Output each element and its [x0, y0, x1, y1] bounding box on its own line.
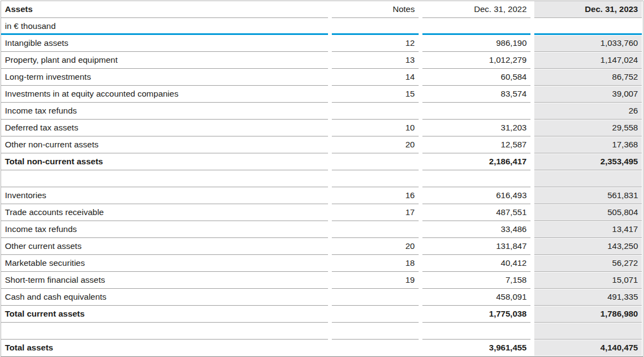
note-cell	[332, 306, 419, 323]
note-cell: 19	[332, 272, 419, 289]
value-2022-cell: 458,091	[422, 289, 530, 306]
note-cell: 17	[332, 204, 419, 221]
table-row: Cash and cash equivalents458,091491,335	[1, 289, 643, 306]
row-label	[1, 323, 328, 340]
note-cell	[332, 289, 419, 306]
table-row: Other non-current assets2012,58717,368	[1, 136, 643, 153]
value-2022-cell: 60,584	[422, 69, 530, 86]
row-label: Investments in at equity accounted compa…	[1, 86, 328, 103]
value-2023-cell: 1,033,760	[534, 35, 642, 52]
spacer-row	[1, 170, 643, 187]
note-cell	[332, 170, 419, 187]
column-header-notes: Notes	[332, 1, 419, 18]
value-2023-cell: 143,250	[534, 238, 642, 255]
table-row: Other current assets20131,847143,250	[1, 238, 643, 255]
note-cell: 13	[332, 52, 419, 69]
value-2023-cell: 29,558	[534, 120, 642, 136]
unit-row-2023-cell	[534, 18, 642, 35]
table-row: Long-term investments1460,58486,752	[1, 69, 643, 86]
note-cell	[332, 323, 419, 340]
value-2022-cell: 12,587	[422, 136, 530, 153]
row-label: Total assets	[1, 340, 328, 356]
table-row: Marketable securities1840,41256,272	[1, 255, 643, 272]
value-2023-cell: 17,368	[534, 136, 642, 153]
value-2022-cell: 3,961,455	[422, 340, 530, 356]
value-2022-cell: 131,847	[422, 238, 530, 255]
column-header-dec-31-2023: Dec. 31, 2023	[534, 1, 642, 18]
row-label: Income tax refunds	[1, 221, 328, 238]
row-label: Trade accounts receivable	[1, 204, 328, 221]
value-2023-cell: 4,140,475	[534, 340, 642, 356]
row-label: Inventories	[1, 187, 328, 204]
value-2022-cell: 1,012,279	[422, 52, 530, 69]
row-label: Intangible assets	[1, 35, 328, 52]
value-2022-cell: 7,158	[422, 272, 530, 289]
note-cell: 20	[332, 136, 419, 153]
table-row: Income tax refunds33,48613,417	[1, 221, 643, 238]
unit-label: in € thousand	[1, 18, 328, 35]
value-2023-cell	[534, 323, 642, 340]
value-2023-cell	[534, 170, 642, 187]
table-row: Inventories16616,493561,831	[1, 187, 643, 204]
note-cell	[332, 153, 419, 170]
note-cell	[332, 103, 419, 120]
value-2022-cell: 616,493	[422, 187, 530, 204]
value-2022-cell: 2,186,417	[422, 153, 530, 170]
value-2023-cell: 15,071	[534, 272, 642, 289]
column-header-assets: Assets	[1, 1, 328, 18]
table-row: Property, plant and equipment131,012,279…	[1, 52, 643, 69]
row-label: Cash and cash equivalents	[1, 289, 328, 306]
note-cell: 15	[332, 86, 419, 103]
value-2023-cell: 1,147,024	[534, 52, 642, 69]
table-row: Total assets3,961,4554,140,475	[1, 340, 643, 356]
value-2023-cell: 39,007	[534, 86, 642, 103]
value-2022-cell: 33,486	[422, 221, 530, 238]
value-2023-cell: 86,752	[534, 69, 642, 86]
value-2022-cell: 1,775,038	[422, 306, 530, 323]
table-row: Investments in at equity accounted compa…	[1, 86, 643, 103]
note-cell: 20	[332, 238, 419, 255]
row-label	[1, 170, 328, 187]
row-label: Other current assets	[1, 238, 328, 255]
value-2023-cell: 561,831	[534, 187, 642, 204]
table-row: Income tax refunds26	[1, 103, 643, 120]
row-label: Property, plant and equipment	[1, 52, 328, 69]
table-row: Short-term financial assets197,15815,071	[1, 272, 643, 289]
note-cell: 18	[332, 255, 419, 272]
note-cell: 12	[332, 35, 419, 52]
table-row: Trade accounts receivable17487,551505,80…	[1, 204, 643, 221]
value-2023-cell: 2,353,495	[534, 153, 642, 170]
note-cell: 10	[332, 120, 419, 136]
value-2023-cell: 13,417	[534, 221, 642, 238]
unit-row-2022-cell	[422, 18, 530, 35]
table-row: Intangible assets12986,1901,033,760	[1, 35, 643, 52]
value-2023-cell: 491,335	[534, 289, 642, 306]
table-row: Total current assets1,775,0381,786,980	[1, 306, 643, 323]
note-cell: 16	[332, 187, 419, 204]
value-2023-cell: 26	[534, 103, 642, 120]
row-label: Long-term investments	[1, 69, 328, 86]
unit-row: in € thousand	[1, 18, 643, 35]
table-row: Total non-current assets2,186,4172,353,4…	[1, 153, 643, 170]
column-header-dec-31-2022: Dec. 31, 2022	[422, 1, 530, 18]
unit-row-notes-cell	[332, 18, 419, 35]
value-2022-cell: 83,574	[422, 86, 530, 103]
value-2022-cell: 986,190	[422, 35, 530, 52]
row-label: Income tax refunds	[1, 103, 328, 120]
value-2022-cell: 487,551	[422, 204, 530, 221]
value-2022-cell: 40,412	[422, 255, 530, 272]
note-cell	[332, 221, 419, 238]
note-cell: 14	[332, 69, 419, 86]
row-label: Total non-current assets	[1, 153, 328, 170]
table-body: Intangible assets12986,1901,033,760Prope…	[1, 35, 643, 356]
note-cell	[332, 340, 419, 356]
value-2023-cell: 56,272	[534, 255, 642, 272]
value-2022-cell	[422, 103, 530, 120]
row-label: Marketable securities	[1, 255, 328, 272]
row-label: Deferred tax assets	[1, 120, 328, 136]
table-header-row: Assets Notes Dec. 31, 2022 Dec. 31, 2023	[1, 1, 643, 18]
value-2022-cell	[422, 170, 530, 187]
row-label: Other non-current assets	[1, 136, 328, 153]
table-row: Deferred tax assets1031,20329,558	[1, 120, 643, 136]
balance-sheet-assets-table: Assets Notes Dec. 31, 2022 Dec. 31, 2023…	[1, 1, 643, 357]
